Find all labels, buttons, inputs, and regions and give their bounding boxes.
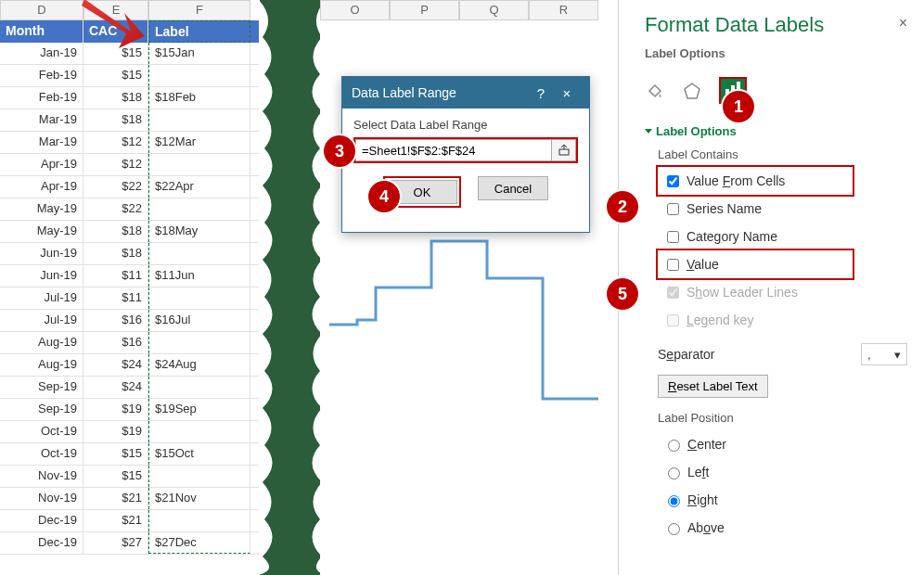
cell-f[interactable]: $24Aug xyxy=(148,354,250,376)
cell-d[interactable]: Aug-19 xyxy=(0,332,83,353)
opt-value[interactable]: Value xyxy=(658,250,853,278)
cell-d[interactable]: Feb-19 xyxy=(0,65,83,86)
cell-f[interactable] xyxy=(148,510,250,531)
chk-category-name[interactable] xyxy=(667,231,679,243)
cell-d[interactable]: Oct-19 xyxy=(0,443,83,465)
cell-e[interactable]: $12 xyxy=(83,154,148,175)
cell-e[interactable]: $11 xyxy=(83,288,148,309)
chk-series-name[interactable] xyxy=(667,203,679,215)
col-q[interactable]: Q xyxy=(459,0,529,20)
cell-d[interactable]: Mar-19 xyxy=(0,132,83,153)
table-row[interactable]: Apr-19$22$22Apr xyxy=(0,176,269,198)
cell-d[interactable]: May-19 xyxy=(0,198,83,220)
table-row[interactable]: Sep-19$24 xyxy=(0,377,269,399)
chk-value-from-cells[interactable] xyxy=(667,175,679,187)
radio-left[interactable] xyxy=(668,467,680,479)
range-input[interactable] xyxy=(355,139,552,161)
table-row[interactable]: Oct-19$19 xyxy=(0,421,269,443)
cancel-button[interactable]: Cancel xyxy=(478,176,548,200)
table-row[interactable]: Feb-19$18$18Feb xyxy=(0,87,269,109)
col-d[interactable]: D xyxy=(0,0,83,20)
cell-f[interactable]: $16Jul xyxy=(148,310,250,331)
separator-select[interactable]: ,▾ xyxy=(861,343,907,365)
cell-f[interactable]: $21Nov xyxy=(148,488,250,509)
cell-d[interactable]: Jun-19 xyxy=(0,265,83,287)
cell-d[interactable]: Feb-19 xyxy=(0,87,83,109)
table-row[interactable]: May-19$18$18May xyxy=(0,221,269,243)
fill-bucket-icon[interactable] xyxy=(645,81,665,101)
cell-e[interactable]: $24 xyxy=(83,377,148,398)
table-row[interactable]: Dec-19$21 xyxy=(0,510,269,532)
cell-f[interactable]: $22Apr xyxy=(148,176,250,198)
radio-center[interactable] xyxy=(668,440,680,452)
cell-d[interactable]: Oct-19 xyxy=(0,421,83,442)
cell-e[interactable]: $15 xyxy=(83,443,148,465)
cell-e[interactable]: $12 xyxy=(83,132,148,153)
cell-f[interactable]: $15Oct xyxy=(148,443,250,465)
cell-f[interactable]: $18May xyxy=(148,221,250,242)
reset-label-text-button[interactable]: Reset Label Text xyxy=(658,375,768,398)
table-row[interactable]: Mar-19$12$12Mar xyxy=(0,132,269,154)
cell-d[interactable]: Dec-19 xyxy=(0,510,83,531)
cell-e[interactable]: $21 xyxy=(83,488,148,509)
pos-above[interactable]: Above xyxy=(658,514,907,542)
cell-d[interactable]: Jul-19 xyxy=(0,310,83,331)
cell-d[interactable]: Jan-19 xyxy=(0,43,83,64)
cell-e[interactable]: $19 xyxy=(83,421,148,442)
help-icon[interactable]: ? xyxy=(528,85,554,101)
table-row[interactable]: May-19$22 xyxy=(0,198,269,221)
cell-d[interactable]: Aug-19 xyxy=(0,354,83,376)
cell-f[interactable]: $15Jan xyxy=(148,43,250,64)
cell-e[interactable]: $15 xyxy=(83,65,148,86)
cell-e[interactable]: $22 xyxy=(83,176,148,198)
table-row[interactable]: Nov-19$15 xyxy=(0,466,269,488)
header-month[interactable]: Month xyxy=(0,20,83,43)
cell-e[interactable]: $19 xyxy=(83,399,148,420)
cell-f[interactable] xyxy=(148,377,250,398)
col-o[interactable]: O xyxy=(320,0,390,20)
cell-d[interactable]: Jul-19 xyxy=(0,288,83,309)
table-row[interactable]: Feb-19$15 xyxy=(0,65,269,87)
opt-category-name[interactable]: Category Name xyxy=(658,223,907,250)
table-row[interactable]: Mar-19$18 xyxy=(0,109,269,132)
table-row[interactable]: Jul-19$16$16Jul xyxy=(0,310,269,332)
pos-right[interactable]: Right xyxy=(658,486,907,514)
range-picker-icon[interactable] xyxy=(552,139,576,161)
cell-e[interactable]: $11 xyxy=(83,265,148,287)
cell-d[interactable]: May-19 xyxy=(0,221,83,242)
opt-series-name[interactable]: Series Name xyxy=(658,195,907,223)
cell-d[interactable]: Nov-19 xyxy=(0,466,83,487)
cell-f[interactable] xyxy=(148,109,250,131)
cell-e[interactable]: $27 xyxy=(83,532,148,554)
cell-f[interactable] xyxy=(148,154,250,175)
table-row[interactable]: Sep-19$19$19Sep xyxy=(0,399,269,421)
cell-d[interactable]: Sep-19 xyxy=(0,399,83,420)
cell-f[interactable]: $11Jun xyxy=(148,265,250,287)
cell-f[interactable] xyxy=(148,243,250,264)
cell-e[interactable]: $24 xyxy=(83,354,148,376)
chk-value[interactable] xyxy=(667,259,679,271)
cell-f[interactable]: $19Sep xyxy=(148,399,250,420)
cell-e[interactable]: $18 xyxy=(83,87,148,109)
table-row[interactable]: Apr-19$12 xyxy=(0,154,269,176)
header-label[interactable]: Label xyxy=(148,20,250,43)
cell-f[interactable]: $12Mar xyxy=(148,132,250,153)
radio-above[interactable] xyxy=(668,523,680,535)
cell-e[interactable]: $18 xyxy=(83,243,148,264)
cell-e[interactable]: $21 xyxy=(83,510,148,531)
cell-d[interactable]: Nov-19 xyxy=(0,488,83,509)
cell-f[interactable] xyxy=(148,198,250,220)
opt-value-from-cells[interactable]: Value From Cells xyxy=(658,167,853,195)
cell-d[interactable]: Sep-19 xyxy=(0,377,83,398)
cell-d[interactable]: Mar-19 xyxy=(0,109,83,131)
table-row[interactable]: Aug-19$16 xyxy=(0,332,269,354)
cell-d[interactable]: Apr-19 xyxy=(0,176,83,198)
pos-center[interactable]: Center xyxy=(658,430,907,458)
cell-e[interactable]: $15 xyxy=(83,466,148,487)
cell-f[interactable]: $18Feb xyxy=(148,87,250,109)
cell-f[interactable] xyxy=(148,332,250,353)
table-row[interactable]: Jul-19$11 xyxy=(0,288,269,310)
table-row[interactable]: Oct-19$15$15Oct xyxy=(0,443,269,466)
table-row[interactable]: Jun-19$11$11Jun xyxy=(0,265,269,288)
table-row[interactable]: Aug-19$24$24Aug xyxy=(0,354,269,377)
